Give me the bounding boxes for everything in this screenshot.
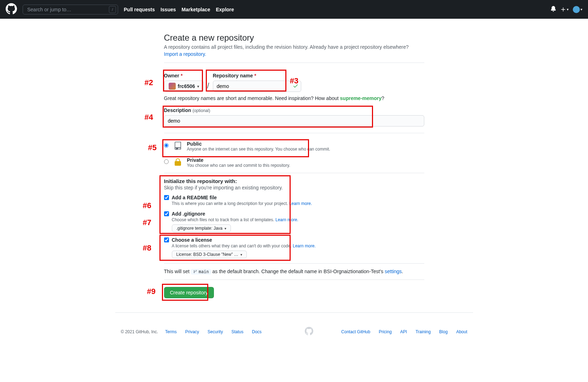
public-radio[interactable] bbox=[164, 143, 169, 148]
owner-select[interactable]: frc6506 ▾ bbox=[164, 81, 204, 92]
footer-docs[interactable]: Docs bbox=[252, 329, 261, 334]
search-shortcut-icon: / bbox=[109, 6, 116, 13]
license-checkbox[interactable] bbox=[164, 237, 169, 242]
owner-repo-separator: / bbox=[207, 81, 209, 92]
private-title: Private bbox=[187, 157, 290, 163]
create-repository-button[interactable]: Create repository bbox=[164, 287, 214, 298]
footer-terms[interactable]: Terms bbox=[165, 329, 177, 334]
owner-name: frc6506 bbox=[178, 83, 195, 89]
branch-note: This will set main as the default branch… bbox=[164, 269, 424, 275]
annotation-label: #9 bbox=[147, 287, 156, 296]
visibility-public[interactable]: Public Anyone on the internet can see th… bbox=[164, 138, 424, 154]
github-logo-icon[interactable] bbox=[6, 3, 17, 16]
name-suggestion-link[interactable]: supreme-memory bbox=[340, 95, 382, 101]
annotation-label: #8 bbox=[143, 243, 151, 253]
footer-contact[interactable]: Contact GitHub bbox=[341, 329, 370, 334]
gitignore-checkbox[interactable] bbox=[164, 211, 169, 216]
notifications-icon[interactable] bbox=[551, 6, 556, 13]
footer-privacy[interactable]: Privacy bbox=[185, 329, 199, 334]
create-menu[interactable]: ▾ bbox=[560, 7, 569, 12]
search-input[interactable] bbox=[23, 5, 118, 14]
caret-down-icon: ▾ bbox=[581, 7, 582, 11]
lock-icon bbox=[172, 157, 184, 166]
private-radio[interactable] bbox=[164, 159, 169, 164]
nav-issues[interactable]: Issues bbox=[161, 7, 176, 12]
repo-icon bbox=[172, 141, 184, 150]
global-header: / Pull requests Issues Marketplace Explo… bbox=[0, 0, 588, 19]
license-row: Choose a license A license tells others … bbox=[164, 237, 424, 258]
settings-link[interactable]: settings bbox=[385, 269, 402, 274]
repo-name-label: Repository name * bbox=[213, 73, 301, 78]
license-label: Choose a license bbox=[172, 237, 212, 243]
nav-links: Pull requests Issues Marketplace Explore bbox=[124, 7, 234, 12]
page-title: Create a new repository bbox=[164, 33, 424, 43]
footer-copyright: © 2021 GitHub, Inc. bbox=[121, 329, 158, 334]
new-repo-form: Create a new repository A repository con… bbox=[158, 33, 430, 298]
import-repo-link[interactable]: Import a repository. bbox=[164, 51, 206, 57]
annotation-label: #5 bbox=[148, 143, 157, 152]
init-sub: Skip this step if you're importing an ex… bbox=[164, 185, 424, 190]
public-title: Public bbox=[187, 141, 330, 147]
page-subhead: A repository contains all project files,… bbox=[164, 44, 424, 50]
footer-about[interactable]: About bbox=[456, 329, 467, 334]
annotation-label: #7 bbox=[143, 218, 151, 227]
footer: © 2021 GitHub, Inc. Terms Privacy Securi… bbox=[115, 312, 473, 336]
user-menu[interactable]: ▾ bbox=[573, 6, 582, 13]
github-mark-icon bbox=[302, 327, 316, 336]
caret-down-icon: ▾ bbox=[567, 7, 569, 11]
gitignore-label: Add .gitignore bbox=[172, 211, 205, 217]
init-title: Initialize this repository with: bbox=[164, 178, 424, 184]
git-branch-icon bbox=[193, 270, 197, 274]
readme-row: Add a README file This is where you can … bbox=[164, 195, 424, 206]
gitignore-row: Add .gitignore Choose which files not to… bbox=[164, 211, 424, 232]
license-learn-more[interactable]: Learn more. bbox=[293, 243, 316, 248]
footer-training[interactable]: Training bbox=[415, 329, 431, 334]
gitignore-learn-more[interactable]: Learn more. bbox=[275, 217, 298, 222]
branch-badge: main bbox=[191, 269, 211, 275]
readme-label: Add a README file bbox=[172, 195, 217, 200]
avatar bbox=[573, 6, 580, 13]
annotation-label: #4 bbox=[145, 113, 153, 122]
license-select[interactable]: License: BSD 3-Clause "New" …▾ bbox=[172, 251, 247, 258]
nav-pulls[interactable]: Pull requests bbox=[124, 7, 155, 12]
repo-name-input[interactable] bbox=[213, 81, 301, 92]
footer-api[interactable]: API bbox=[400, 329, 407, 334]
public-desc: Anyone on the internet can see this repo… bbox=[187, 147, 330, 152]
footer-pricing[interactable]: Pricing bbox=[379, 329, 392, 334]
readme-learn-more[interactable]: Learn more. bbox=[289, 201, 312, 206]
description-block: Description (optional) #4 bbox=[164, 107, 424, 127]
visibility-private[interactable]: Private You choose who can see and commi… bbox=[164, 154, 424, 171]
annotation-label: #6 bbox=[143, 201, 151, 210]
check-icon bbox=[293, 83, 298, 90]
annotation-label: #2 bbox=[145, 78, 153, 87]
owner-avatar-icon bbox=[169, 83, 176, 90]
description-label: Description (optional) bbox=[164, 107, 424, 113]
gitignore-template-select[interactable]: .gitignore template: Java▾ bbox=[172, 224, 231, 232]
nav-marketplace[interactable]: Marketplace bbox=[182, 7, 210, 12]
footer-security[interactable]: Security bbox=[208, 329, 223, 334]
description-input[interactable] bbox=[164, 115, 424, 127]
repo-name-hint: Great repository names are short and mem… bbox=[164, 95, 424, 101]
owner-label: Owner * bbox=[164, 73, 204, 78]
readme-checkbox[interactable] bbox=[164, 195, 169, 200]
nav-explore[interactable]: Explore bbox=[216, 7, 234, 12]
footer-status[interactable]: Status bbox=[231, 329, 243, 334]
footer-blog[interactable]: Blog bbox=[439, 329, 448, 334]
caret-down-icon: ▾ bbox=[240, 253, 242, 257]
caret-down-icon: ▾ bbox=[197, 84, 199, 88]
private-desc: You choose who can see and commit to thi… bbox=[187, 163, 290, 168]
caret-down-icon: ▾ bbox=[225, 227, 226, 230]
